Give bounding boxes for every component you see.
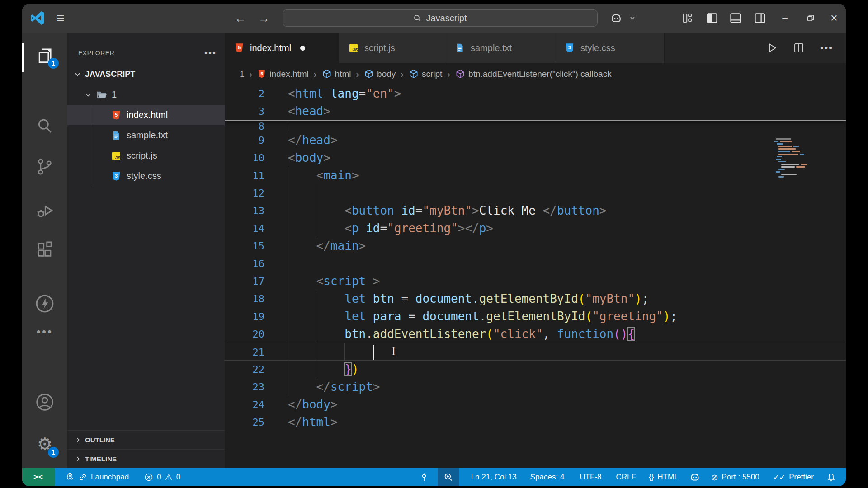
launchpad-item[interactable]: Launchpad [65,472,129,482]
warning-count: 0 [176,473,180,482]
command-center-search[interactable]: Javascript [283,9,598,27]
breadcrumb-label: index.html [269,69,309,79]
sidebar-item-run-debug[interactable] [34,200,56,221]
copilot-status-icon[interactable] [689,472,700,483]
run-code-icon[interactable] [766,42,778,54]
close-button[interactable]: × [830,4,838,33]
code-line-24[interactable]: 24</body> [225,396,846,413]
copilot-chevron-down-icon[interactable] [629,4,636,33]
indentation-item[interactable]: Spaces: 4 [530,473,565,482]
language-mode-item[interactable]: {} HTML [649,473,679,482]
code-editor[interactable]: 2<html lang="en">3<head> 89</head>10<bod… [225,85,846,468]
account-icon[interactable] [34,391,56,413]
code-line-18[interactable]: 18 let btn = document.getElementById("my… [225,290,846,308]
file-item-script.js[interactable]: JS script.js [67,145,225,166]
code-line-9[interactable]: 9</head> [225,131,846,149]
code-line-11[interactable]: 11 <main> [225,167,846,184]
code-text: </head> [288,131,846,149]
zoom-status-item[interactable] [438,468,459,486]
toggle-secondary-sidebar-icon[interactable] [754,4,766,33]
copilot-icon[interactable] [610,4,623,33]
code-line-22[interactable]: 22 }) [225,361,846,378]
menu-icon[interactable]: ≡ [57,4,65,33]
code-line-20[interactable]: 20 btn.addEventListener("click", functio… [225,325,846,343]
code-line-19[interactable]: 19 let para = document.getElementById("g… [225,308,846,325]
svg-text:JS: JS [115,155,121,160]
problems-item[interactable]: 0 ⚠ 0 [144,472,180,482]
chevron-down-icon [74,70,81,78]
eol-item[interactable]: CRLF [616,473,636,482]
timeline-section[interactable]: TIMELINE [67,449,225,468]
code-line-25[interactable]: 25</html> [225,413,846,431]
code-line-14[interactable]: 14 <p id="greeting"></p> [225,220,846,237]
code-line-10[interactable]: 10<body> [225,149,846,167]
text-cursor [373,345,374,360]
code-text [288,343,846,360]
tab-index.html[interactable]: 5 index.html [225,33,339,63]
notifications-bell-icon[interactable] [826,473,836,482]
prettier-item[interactable]: ✓ ✓ Prettier [773,473,814,482]
file-item-index.html[interactable]: 5 index.html [67,105,225,125]
cursor-position-item[interactable]: Ln 21, Col 13 [471,473,517,482]
tab-sample.txt[interactable]: sample.txt [445,33,555,63]
code-line-13[interactable]: 13 <button id="myBtn">Click Me </button> [225,202,846,220]
code-line-3[interactable]: 3<head> [225,103,846,120]
back-arrow-icon[interactable]: ← [235,4,246,33]
sidebar-item-explorer[interactable]: 1 [34,44,56,66]
file-item-sample.txt[interactable]: sample.txt [67,125,225,145]
breadcrumb-item[interactable]: html [322,69,351,79]
code-line-17[interactable]: 17 <script > [225,272,846,290]
explorer-more-actions-icon[interactable]: ••• [204,48,217,58]
indentation: Spaces: 4 [530,473,565,482]
restore-button[interactable] [806,4,816,33]
cursor-position: Ln 21, Col 13 [471,473,517,482]
txt-file-icon [454,42,465,53]
code-line-21[interactable]: 21 [225,343,846,361]
indent-guide [316,308,316,325]
code-text [288,184,846,202]
code-line-2[interactable]: 2<html lang="en"> [225,85,846,103]
breadcrumb-item[interactable]: 5index.html [257,69,309,79]
live-server-port-item[interactable]: ⊘ Port : 5500 [711,472,760,482]
encoding-item[interactable]: UTF-8 [580,473,601,482]
sidebar-item-extensions[interactable] [34,239,56,261]
errors-icon [144,473,153,482]
breadcrumb-item[interactable]: script [409,69,442,79]
folder-row[interactable]: 1 [67,84,225,105]
minimize-button[interactable]: − [782,4,788,33]
customize-layout-icon[interactable] [681,4,693,33]
file-name: index.html [127,110,168,120]
sidebar-item-source-control[interactable] [34,156,56,178]
code-text: </script> [288,378,846,396]
breadcrumb-item[interactable]: 1 [240,69,245,79]
code-line-12[interactable]: 12 [225,184,846,202]
minimap[interactable] [774,138,822,182]
breadcrumb-item[interactable]: btn.addEventListener("click") callback [455,69,612,79]
split-editor-icon[interactable] [793,42,805,54]
additional-views-icon[interactable]: ••• [34,321,56,343]
tab-style.css[interactable]: 3 style.css [555,33,665,63]
screencast-pin-icon[interactable] [420,473,429,482]
toggle-primary-sidebar-icon[interactable] [706,4,718,33]
code-line-8[interactable]: 8 [225,121,846,131]
workspace-row[interactable]: JAVASCRIPT [67,64,225,84]
breadcrumb-item[interactable]: body [364,69,396,79]
check-icon: ✓ [779,473,785,482]
editor-more-actions-icon[interactable]: ••• [820,42,833,54]
mouse-ibeam-cursor: I [392,345,396,358]
outline-section[interactable]: OUTLINE [67,430,225,449]
code-line-15[interactable]: 15 </main> [225,237,846,255]
forward-arrow-icon[interactable]: → [258,4,270,33]
encoding: UTF-8 [580,473,601,482]
code-line-16[interactable]: 16 [225,255,846,272]
workspace-name: JAVASCRIPT [85,70,135,79]
code-line-23[interactable]: 23 </script> [225,378,846,396]
html-icon: 5 [257,70,266,79]
toggle-panel-icon[interactable] [729,4,742,33]
settings-gear-icon[interactable]: ⚙ 1 [34,433,56,455]
sidebar-item-search[interactable] [34,115,56,137]
file-item-style.css[interactable]: 3 style.css [67,166,225,186]
line-number: 8 [225,121,288,131]
remote-indicator[interactable]: >< [22,468,55,486]
tab-script.js[interactable]: JS script.js [339,33,445,63]
